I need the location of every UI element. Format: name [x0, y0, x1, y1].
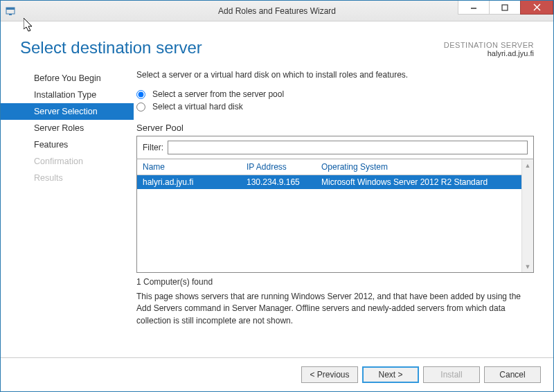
- window-controls: [458, 1, 553, 15]
- wizard-window: Add Roles and Features Wizard Select des…: [0, 0, 554, 392]
- table-row[interactable]: halyri.ad.jyu.fi 130.234.9.165 Microsoft…: [137, 175, 533, 189]
- sidebar-item-server-selection[interactable]: Server Selection: [1, 103, 134, 120]
- server-pool-label: Server Pool: [136, 123, 534, 133]
- table-header: Name IP Address Operating System: [137, 159, 533, 175]
- scroll-down-icon[interactable]: ▼: [522, 260, 533, 272]
- filter-box: Filter:: [136, 136, 534, 159]
- column-ip[interactable]: IP Address: [241, 159, 316, 175]
- radio-vhd-label: Select a virtual hard disk: [152, 102, 243, 112]
- destination-server: halyri.ad.jyu.fi: [444, 49, 534, 57]
- wizard-header: Select destination server DESTINATION SE…: [1, 21, 553, 70]
- scroll-up-icon[interactable]: ▲: [522, 159, 533, 171]
- radio-server-pool[interactable]: Select a server from the server pool: [136, 89, 534, 99]
- server-table: Name IP Address Operating System halyri.…: [136, 159, 534, 273]
- cell-ip: 130.234.9.165: [241, 175, 316, 189]
- previous-button[interactable]: < Previous: [301, 366, 358, 383]
- destination-block: DESTINATION SERVER halyri.ad.jyu.fi: [444, 38, 534, 57]
- column-os[interactable]: Operating System: [316, 159, 533, 175]
- sidebar-item-results: Results: [1, 170, 134, 186]
- cell-name: halyri.ad.jyu.fi: [137, 175, 241, 189]
- filter-label: Filter:: [143, 143, 163, 152]
- sidebar-item-confirmation: Confirmation: [1, 153, 134, 170]
- maximize-button[interactable]: [489, 1, 521, 15]
- wizard-content: Select a server or a virtual hard disk o…: [134, 70, 553, 357]
- svg-rect-4: [502, 5, 508, 10]
- sidebar-item-features[interactable]: Features: [1, 136, 134, 153]
- sidebar-item-before-you-begin[interactable]: Before You Begin: [1, 70, 134, 87]
- cancel-button[interactable]: Cancel: [484, 366, 541, 383]
- radio-server-pool-input[interactable]: [136, 90, 145, 99]
- filter-input[interactable]: [168, 141, 528, 154]
- table-scrollbar[interactable]: ▲ ▼: [521, 159, 533, 272]
- hint-text: This page shows servers that are running…: [136, 291, 534, 327]
- cell-os: Microsoft Windows Server 2012 R2 Standar…: [316, 175, 533, 189]
- install-button: Install: [423, 366, 480, 383]
- svg-rect-1: [6, 8, 15, 10]
- radio-server-pool-label: Select a server from the server pool: [152, 89, 284, 99]
- destination-label: DESTINATION SERVER: [444, 41, 534, 49]
- sidebar-item-server-roles[interactable]: Server Roles: [1, 120, 134, 136]
- wizard-footer: < Previous Next > Install Cancel: [1, 357, 553, 391]
- close-button[interactable]: [520, 1, 553, 15]
- wizard-body: Before You Begin Installation Type Serve…: [1, 70, 553, 357]
- radio-virtual-hard-disk[interactable]: Select a virtual hard disk: [136, 102, 534, 112]
- app-icon: [5, 6, 16, 17]
- column-name[interactable]: Name: [137, 159, 241, 175]
- svg-rect-2: [9, 14, 12, 15]
- radio-vhd-input[interactable]: [136, 103, 145, 112]
- computers-found-text: 1 Computer(s) found: [136, 277, 534, 287]
- page-title: Select destination server: [20, 38, 202, 57]
- wizard-sidebar: Before You Begin Installation Type Serve…: [1, 70, 134, 357]
- instruction-text: Select a server or a virtual hard disk o…: [136, 70, 534, 80]
- sidebar-item-installation-type[interactable]: Installation Type: [1, 87, 134, 103]
- titlebar: Add Roles and Features Wizard: [1, 1, 553, 21]
- minimize-button[interactable]: [458, 1, 490, 15]
- next-button[interactable]: Next >: [362, 366, 419, 383]
